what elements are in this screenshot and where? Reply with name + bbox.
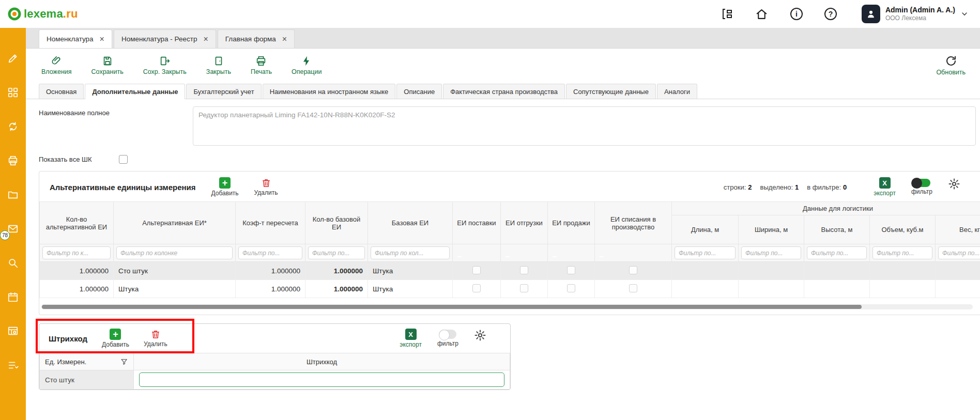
row-checkbox[interactable] xyxy=(567,266,575,274)
col-header[interactable]: Объем, куб.м xyxy=(870,215,936,244)
table-settings-icon[interactable] xyxy=(6,324,20,338)
col-header[interactable]: Ширина, м xyxy=(739,215,804,244)
filter-input[interactable] xyxy=(675,246,736,259)
barcode-col-unit[interactable]: Ед. Измерен. xyxy=(40,353,134,370)
tab-opisanie[interactable]: Описание xyxy=(396,84,442,99)
cell-empty[interactable] xyxy=(672,262,739,280)
barcode-input[interactable] xyxy=(139,372,504,387)
filter-input[interactable] xyxy=(872,246,932,259)
tab-fakticheskaya-strana[interactable]: Фактическая страна производства xyxy=(443,84,565,99)
search-icon[interactable] xyxy=(6,256,20,270)
row-checkbox[interactable] xyxy=(472,266,481,274)
folder-icon[interactable] xyxy=(6,188,20,201)
operations-button[interactable]: Операции xyxy=(292,55,321,75)
full-name-textarea[interactable]: Редуктор планетарный Liming FA142-10N-R8… xyxy=(193,106,976,146)
col-header[interactable]: Кол-во альтернативной ЕИ xyxy=(40,202,114,244)
home-icon[interactable] xyxy=(755,7,769,21)
print-icon[interactable] xyxy=(6,154,20,167)
col-header[interactable]: Кол-во базовой ЕИ xyxy=(305,202,368,244)
toggle-off-icon[interactable] xyxy=(439,330,456,339)
col-header[interactable]: ЕИ отгрузки xyxy=(501,202,548,244)
table-row[interactable]: 1.000000 Штука 1.000000 1.000000 Штука xyxy=(40,280,980,298)
cell-base-unit[interactable]: Штука xyxy=(368,280,453,298)
tab-analogi[interactable]: Аналоги xyxy=(657,84,697,99)
refresh-button[interactable]: Обновить xyxy=(936,55,966,76)
cell-empty[interactable] xyxy=(936,262,980,280)
edit-pencil-icon[interactable] xyxy=(6,52,20,65)
scrollbar-thumb[interactable] xyxy=(42,305,862,309)
workspace-icon[interactable] xyxy=(720,7,733,21)
save-button[interactable]: Сохранить xyxy=(91,55,124,75)
lexema-logo[interactable]: lexema.ru xyxy=(7,7,78,21)
export-excel-button[interactable]: X экспорт xyxy=(874,177,896,197)
tab-buhgalterskiy-uchet[interactable]: Бухгалтерский учет xyxy=(186,84,261,99)
filter-input[interactable] xyxy=(371,246,450,259)
row-checkbox[interactable] xyxy=(472,284,481,292)
sync-icon[interactable] xyxy=(6,120,20,133)
close-button[interactable]: Закрыть xyxy=(206,55,231,75)
row-checkbox[interactable] xyxy=(629,284,637,292)
cell-empty[interactable] xyxy=(804,262,870,280)
row-checkbox[interactable] xyxy=(567,284,575,292)
col-header[interactable]: Длина, м xyxy=(672,215,739,244)
table-row-selected[interactable]: 1.000000 Сто штук 1.000000 1.000000 Штук… xyxy=(40,262,980,280)
barcode-col-barcode[interactable]: Штрихкод xyxy=(134,353,510,370)
row-checkbox[interactable] xyxy=(629,266,637,274)
col-header[interactable]: Коэф-т пересчета xyxy=(236,202,305,244)
alt-units-add-button[interactable]: + Добавить xyxy=(211,177,239,197)
save-close-button[interactable]: Сохр. Закрыть xyxy=(143,55,187,75)
filter-input[interactable] xyxy=(741,246,801,259)
cell-coef[interactable]: 1.000000 xyxy=(236,280,305,298)
mail-icon[interactable]: 78 xyxy=(6,222,20,236)
barcode-add-button[interactable]: + Добавить xyxy=(102,329,129,348)
tasks-list-icon[interactable] xyxy=(6,359,20,372)
gear-icon[interactable] xyxy=(474,329,486,341)
show-all-barcodes-checkbox[interactable] xyxy=(119,155,128,164)
filter-input[interactable] xyxy=(42,246,111,259)
tab-soputstvuyushchie[interactable]: Сопутствующие данные xyxy=(566,84,656,99)
modules-grid-icon[interactable] xyxy=(6,86,20,99)
cell-empty[interactable] xyxy=(870,262,936,280)
chevron-down-icon[interactable] xyxy=(960,10,969,18)
user-menu[interactable]: Admin (Admin A. A.) ООО Лексема xyxy=(862,5,969,23)
window-tab-nomenklatura[interactable]: Номенклатура × xyxy=(39,29,112,48)
cell-empty[interactable] xyxy=(739,262,804,280)
barcode-delete-button[interactable]: Удалить xyxy=(144,329,167,348)
col-header[interactable]: ЕИ продажи xyxy=(548,202,595,244)
cell-empty[interactable] xyxy=(739,280,804,298)
row-checkbox[interactable] xyxy=(520,266,528,274)
cell-empty[interactable] xyxy=(804,280,870,298)
cell-qty-base[interactable]: 1.000000 xyxy=(305,280,368,298)
cell-empty[interactable] xyxy=(936,280,980,298)
close-icon[interactable]: × xyxy=(282,35,287,43)
barcode-export-excel-button[interactable]: X экспорт xyxy=(400,329,422,348)
filter-input[interactable] xyxy=(807,246,867,259)
cell-qty-alt[interactable]: 1.000000 xyxy=(40,280,114,298)
tab-osnovnaya[interactable]: Основная xyxy=(39,84,84,99)
col-header[interactable]: ЕИ поставки xyxy=(453,202,501,244)
gear-icon[interactable] xyxy=(948,178,960,190)
filter-input[interactable] xyxy=(116,246,233,259)
cell-coef[interactable]: 1.000000 xyxy=(236,262,305,280)
col-header[interactable]: Альтернативная ЕИ* xyxy=(114,202,236,244)
cell-alt-unit[interactable]: Сто штук xyxy=(114,262,236,280)
cell-empty[interactable] xyxy=(672,280,739,298)
barcode-row[interactable]: Сто штук xyxy=(40,370,510,390)
attachments-button[interactable]: Вложения xyxy=(41,55,72,75)
funnel-icon[interactable] xyxy=(120,358,128,366)
cell-alt-unit[interactable]: Штука xyxy=(114,280,236,298)
filter-input[interactable] xyxy=(938,246,980,259)
calendar-icon[interactable] xyxy=(6,290,20,304)
row-checkbox[interactable] xyxy=(520,284,528,292)
cell-base-unit[interactable]: Штука xyxy=(368,262,453,280)
cell-unit[interactable]: Сто штук xyxy=(40,370,134,390)
filter-toggle[interactable]: фильтр xyxy=(911,177,932,195)
print-button[interactable]: Печать xyxy=(251,55,272,75)
cell-qty-base[interactable]: 1.000000 xyxy=(305,262,368,280)
col-header[interactable]: ЕИ списания в производство xyxy=(595,202,672,244)
info-icon[interactable]: i xyxy=(790,8,803,20)
barcode-filter-toggle[interactable]: фильтр xyxy=(437,329,458,347)
col-header[interactable]: Вес, кг xyxy=(936,215,980,244)
close-icon[interactable]: × xyxy=(100,35,104,43)
filter-input[interactable] xyxy=(308,246,365,259)
